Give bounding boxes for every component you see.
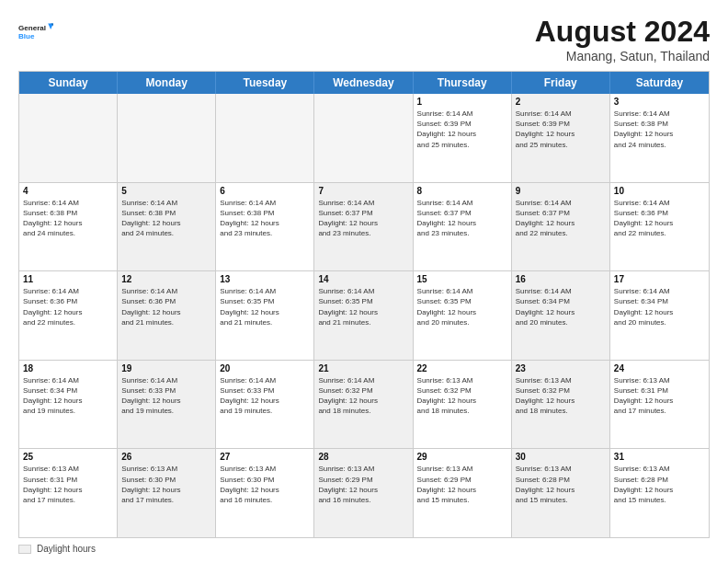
week-row-4: 18Sunrise: 6:14 AM Sunset: 6:34 PM Dayli… xyxy=(19,361,709,450)
day-cell: 10Sunrise: 6:14 AM Sunset: 6:36 PM Dayli… xyxy=(610,183,709,271)
day-cell: 27Sunrise: 6:13 AM Sunset: 6:30 PM Dayli… xyxy=(216,449,314,537)
month-title: August 2024 xyxy=(535,15,710,49)
day-cell: 7Sunrise: 6:14 AM Sunset: 6:37 PM Daylig… xyxy=(314,183,413,271)
day-cell: 30Sunrise: 6:13 AM Sunset: 6:28 PM Dayli… xyxy=(512,449,610,537)
day-header-thursday: Thursday xyxy=(414,72,512,94)
day-number: 22 xyxy=(417,363,507,373)
day-info: Sunrise: 6:13 AM Sunset: 6:29 PM Dayligh… xyxy=(417,464,507,505)
day-info: Sunrise: 6:14 AM Sunset: 6:34 PM Dayligh… xyxy=(516,286,606,327)
day-header-tuesday: Tuesday xyxy=(216,72,314,94)
day-info: Sunrise: 6:14 AM Sunset: 6:39 PM Dayligh… xyxy=(516,109,606,150)
day-header-monday: Monday xyxy=(118,72,216,94)
footer: Daylight hours xyxy=(18,544,710,554)
day-cell xyxy=(216,94,314,182)
page: General Blue August 2024 Manang, Satun, … xyxy=(0,0,728,563)
daylight-label: Daylight hours xyxy=(37,544,96,554)
title-block: August 2024 Manang, Satun, Thailand xyxy=(535,15,710,63)
day-number: 3 xyxy=(614,97,705,107)
day-number: 19 xyxy=(121,363,211,373)
day-header-saturday: Saturday xyxy=(610,72,709,94)
logo: General Blue xyxy=(18,15,53,48)
day-info: Sunrise: 6:14 AM Sunset: 6:32 PM Dayligh… xyxy=(318,375,408,417)
day-info: Sunrise: 6:14 AM Sunset: 6:33 PM Dayligh… xyxy=(220,375,310,417)
day-number: 29 xyxy=(417,452,507,462)
day-cell: 18Sunrise: 6:14 AM Sunset: 6:34 PM Dayli… xyxy=(19,361,118,449)
day-number: 16 xyxy=(516,274,606,284)
day-number: 24 xyxy=(614,363,705,373)
day-info: Sunrise: 6:14 AM Sunset: 6:36 PM Dayligh… xyxy=(614,198,705,239)
day-cell: 23Sunrise: 6:13 AM Sunset: 6:32 PM Dayli… xyxy=(512,361,610,449)
day-info: Sunrise: 6:13 AM Sunset: 6:29 PM Dayligh… xyxy=(318,464,408,505)
day-number: 27 xyxy=(220,452,310,462)
day-cell: 16Sunrise: 6:14 AM Sunset: 6:34 PM Dayli… xyxy=(512,271,610,360)
day-info: Sunrise: 6:13 AM Sunset: 6:28 PM Dayligh… xyxy=(516,464,606,505)
day-cell: 13Sunrise: 6:14 AM Sunset: 6:35 PM Dayli… xyxy=(216,271,314,360)
day-info: Sunrise: 6:14 AM Sunset: 6:37 PM Dayligh… xyxy=(516,198,606,239)
daylight-box xyxy=(18,545,31,554)
day-header-friday: Friday xyxy=(512,72,610,94)
day-number: 7 xyxy=(318,186,408,196)
day-info: Sunrise: 6:14 AM Sunset: 6:38 PM Dayligh… xyxy=(220,198,310,239)
day-cell: 2Sunrise: 6:14 AM Sunset: 6:39 PM Daylig… xyxy=(512,94,610,182)
day-cell: 14Sunrise: 6:14 AM Sunset: 6:35 PM Dayli… xyxy=(314,271,413,360)
day-cell: 26Sunrise: 6:13 AM Sunset: 6:30 PM Dayli… xyxy=(118,449,216,537)
svg-text:Blue: Blue xyxy=(18,32,35,40)
day-info: Sunrise: 6:14 AM Sunset: 6:35 PM Dayligh… xyxy=(318,286,408,327)
day-number: 31 xyxy=(614,452,705,462)
week-row-2: 4Sunrise: 6:14 AM Sunset: 6:38 PM Daylig… xyxy=(19,183,709,272)
day-cell: 25Sunrise: 6:13 AM Sunset: 6:31 PM Dayli… xyxy=(19,449,118,537)
day-number: 25 xyxy=(23,452,113,462)
day-info: Sunrise: 6:14 AM Sunset: 6:36 PM Dayligh… xyxy=(23,286,113,327)
day-number: 14 xyxy=(318,274,408,284)
day-cell: 12Sunrise: 6:14 AM Sunset: 6:36 PM Dayli… xyxy=(118,271,216,360)
day-number: 10 xyxy=(614,186,705,196)
day-info: Sunrise: 6:14 AM Sunset: 6:37 PM Dayligh… xyxy=(318,198,408,239)
day-number: 11 xyxy=(23,274,113,284)
logo-svg: General Blue xyxy=(18,15,53,48)
day-info: Sunrise: 6:13 AM Sunset: 6:32 PM Dayligh… xyxy=(417,375,507,417)
day-number: 9 xyxy=(516,186,606,196)
day-number: 8 xyxy=(417,186,507,196)
day-cell: 9Sunrise: 6:14 AM Sunset: 6:37 PM Daylig… xyxy=(512,183,610,271)
day-number: 28 xyxy=(318,452,408,462)
day-info: Sunrise: 6:14 AM Sunset: 6:35 PM Dayligh… xyxy=(220,286,310,327)
day-cell xyxy=(118,94,216,182)
day-header-sunday: Sunday xyxy=(19,72,118,94)
day-number: 13 xyxy=(220,274,310,284)
day-info: Sunrise: 6:13 AM Sunset: 6:30 PM Dayligh… xyxy=(121,464,211,505)
day-cell: 1Sunrise: 6:14 AM Sunset: 6:39 PM Daylig… xyxy=(414,94,512,182)
day-info: Sunrise: 6:14 AM Sunset: 6:37 PM Dayligh… xyxy=(417,198,507,239)
week-row-3: 11Sunrise: 6:14 AM Sunset: 6:36 PM Dayli… xyxy=(19,271,709,361)
day-info: Sunrise: 6:13 AM Sunset: 6:28 PM Dayligh… xyxy=(614,464,705,505)
svg-text:General: General xyxy=(18,24,46,32)
day-header-wednesday: Wednesday xyxy=(314,72,413,94)
day-number: 4 xyxy=(23,186,113,196)
day-number: 1 xyxy=(417,97,507,107)
day-number: 30 xyxy=(516,452,606,462)
day-cell: 8Sunrise: 6:14 AM Sunset: 6:37 PM Daylig… xyxy=(414,183,512,271)
day-cell: 29Sunrise: 6:13 AM Sunset: 6:29 PM Dayli… xyxy=(414,449,512,537)
day-number: 20 xyxy=(220,363,310,373)
day-cell: 28Sunrise: 6:13 AM Sunset: 6:29 PM Dayli… xyxy=(314,449,413,537)
day-cell: 22Sunrise: 6:13 AM Sunset: 6:32 PM Dayli… xyxy=(414,361,512,449)
day-cell: 3Sunrise: 6:14 AM Sunset: 6:38 PM Daylig… xyxy=(610,94,709,182)
day-number: 23 xyxy=(516,363,606,373)
day-info: Sunrise: 6:14 AM Sunset: 6:39 PM Dayligh… xyxy=(417,109,507,150)
day-info: Sunrise: 6:14 AM Sunset: 6:38 PM Dayligh… xyxy=(121,198,211,239)
day-info: Sunrise: 6:14 AM Sunset: 6:33 PM Dayligh… xyxy=(121,375,211,417)
day-cell: 15Sunrise: 6:14 AM Sunset: 6:35 PM Dayli… xyxy=(414,271,512,360)
day-cell: 21Sunrise: 6:14 AM Sunset: 6:32 PM Dayli… xyxy=(314,361,413,449)
week-row-1: 1Sunrise: 6:14 AM Sunset: 6:39 PM Daylig… xyxy=(19,94,709,183)
day-info: Sunrise: 6:14 AM Sunset: 6:34 PM Dayligh… xyxy=(23,375,113,417)
day-number: 5 xyxy=(121,186,211,196)
day-info: Sunrise: 6:14 AM Sunset: 6:38 PM Dayligh… xyxy=(23,198,113,239)
week-row-5: 25Sunrise: 6:13 AM Sunset: 6:31 PM Dayli… xyxy=(19,449,709,537)
day-info: Sunrise: 6:13 AM Sunset: 6:32 PM Dayligh… xyxy=(516,375,606,417)
calendar: SundayMondayTuesdayWednesdayThursdayFrid… xyxy=(18,71,710,538)
day-headers: SundayMondayTuesdayWednesdayThursdayFrid… xyxy=(19,72,709,94)
day-number: 6 xyxy=(220,186,310,196)
day-info: Sunrise: 6:13 AM Sunset: 6:31 PM Dayligh… xyxy=(23,464,113,505)
day-number: 18 xyxy=(23,363,113,373)
day-cell: 11Sunrise: 6:14 AM Sunset: 6:36 PM Dayli… xyxy=(19,271,118,360)
day-info: Sunrise: 6:13 AM Sunset: 6:31 PM Dayligh… xyxy=(614,375,705,417)
